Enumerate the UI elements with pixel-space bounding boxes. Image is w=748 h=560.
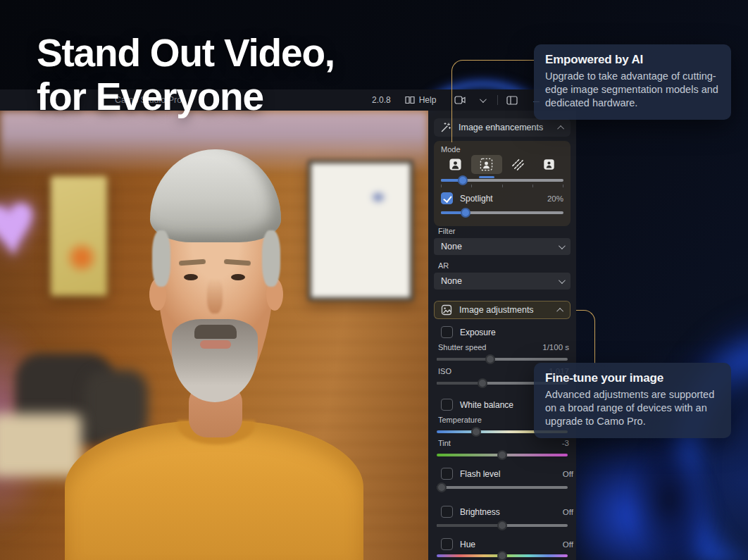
mode-segmentation-button[interactable]	[471, 155, 503, 174]
magic-wand-icon	[440, 122, 451, 133]
brightness-slider[interactable]	[437, 524, 568, 527]
callout-body: Advanced adjustments are supported on a …	[545, 388, 720, 428]
chevron-up-icon[interactable]	[557, 125, 564, 132]
mode-replace-button[interactable]	[534, 155, 566, 174]
tint-label: Tint	[438, 439, 451, 447]
slider-handle[interactable]	[461, 208, 470, 218]
brightness-row: Brightness Off	[441, 506, 571, 518]
shutter-speed-label: Shutter speed	[438, 343, 487, 351]
settings-panel: Image enhancements Mode	[428, 111, 576, 560]
tint-value: -3	[562, 439, 569, 447]
mode-blur-button[interactable]	[502, 155, 534, 174]
iso-label: ISO	[438, 367, 451, 375]
presenter-hair-side-right	[262, 230, 280, 287]
tint-slider[interactable]	[437, 454, 568, 456]
slider-handle[interactable]	[485, 354, 495, 364]
image-icon	[441, 304, 452, 316]
mode-label: Mode	[441, 145, 461, 154]
chevron-up-icon[interactable]	[556, 307, 563, 314]
titlebar-controls: 2.0.8 Help –	[372, 89, 540, 111]
frame-artwork	[373, 193, 384, 201]
slider-handle[interactable]	[497, 521, 507, 530]
hue-value: Off	[563, 540, 573, 549]
mode-selected-indicator	[479, 176, 494, 178]
flash-level-value: Off	[563, 470, 573, 478]
marketing-canvas: Camo Studio Pro 2.0.8 Help	[0, 0, 748, 560]
mode-block: Mode	[434, 141, 571, 226]
exposure-checkbox[interactable]	[441, 326, 453, 338]
white-balance-label: White balance	[460, 400, 513, 410]
camera-preview: ♥	[0, 111, 428, 560]
callout-body: Upgrade to take advantage of cutting-edg…	[545, 70, 720, 110]
callout-title: Empowered by AI	[545, 53, 720, 67]
slider-handle[interactable]	[497, 551, 507, 560]
slider-handle[interactable]	[437, 483, 447, 492]
section-image-adjustments[interactable]: Image adjustments	[434, 301, 571, 319]
chevron-down-icon	[559, 277, 566, 284]
wall-frame-right	[308, 160, 413, 301]
filter-dropdown[interactable]: None	[434, 238, 571, 255]
titlebar-divider	[497, 95, 498, 105]
camera-icon	[454, 96, 466, 104]
exposure-label: Exposure	[460, 328, 496, 337]
presenter-hair-side-left	[152, 230, 170, 287]
hue-row: Hue Off	[441, 538, 571, 550]
exposure-row: Exposure	[441, 326, 571, 338]
section-title: Image adjustments	[459, 305, 534, 315]
spotlight-checkbox[interactable]	[441, 192, 453, 204]
wallpaper-bloom-shadow	[620, 437, 718, 560]
flash-level-slider[interactable]	[437, 486, 568, 489]
shutter-speed-value: 1/100 s	[542, 343, 569, 351]
callout-title: Fine-tune your image	[545, 371, 720, 385]
brightness-label: Brightness	[460, 507, 500, 517]
ar-selected-value: None	[441, 276, 462, 286]
mode-portrait-button[interactable]	[440, 155, 471, 174]
presenter-mustache	[194, 325, 237, 339]
spotlight-label: Spotlight	[460, 194, 493, 204]
flash-level-label: Flash level	[460, 469, 500, 479]
brightness-checkbox[interactable]	[441, 506, 453, 518]
hue-checkbox[interactable]	[441, 538, 453, 550]
hero-line-1: Stand Out Video,	[37, 31, 335, 75]
slider-ticks	[441, 185, 563, 187]
flash-level-row: Flash level Off	[441, 468, 571, 480]
spotlight-row: Spotlight 20%	[441, 192, 563, 204]
slider-handle[interactable]	[478, 378, 487, 388]
help-label: Help	[419, 95, 437, 105]
slider-handle[interactable]	[458, 175, 468, 185]
brightness-value: Off	[563, 508, 573, 516]
book-icon	[405, 96, 415, 104]
help-button[interactable]: Help	[405, 95, 437, 105]
ar-label: AR	[438, 261, 449, 270]
filter-label: Filter	[438, 227, 455, 235]
callout-empowered-by-ai: Empowered by AI Upgrade to take advantag…	[534, 44, 731, 120]
flash-level-checkbox[interactable]	[441, 468, 453, 480]
presenter-lips	[200, 340, 231, 349]
mode-strength-slider[interactable]	[441, 179, 563, 182]
chevron-down-icon	[480, 96, 487, 103]
wall-frame-left	[51, 176, 107, 296]
callout-fine-tune: Fine-tune your image Advanced adjustment…	[534, 363, 731, 438]
slider-handle[interactable]	[497, 450, 507, 460]
presenter-eye-left	[184, 274, 198, 280]
slider-handle[interactable]	[471, 427, 481, 437]
hue-label: Hue	[460, 540, 475, 549]
spotlight-slider[interactable]	[441, 211, 563, 214]
wallpaper-bloom-bottom-right	[578, 423, 748, 560]
callout-connector-fine-tune	[576, 310, 595, 363]
hue-slider[interactable]	[437, 554, 568, 557]
presenter-nose	[207, 278, 223, 313]
camera-source-button[interactable]	[454, 96, 485, 104]
hero-line-2: for Everyone	[37, 75, 335, 118]
ar-dropdown[interactable]: None	[434, 273, 571, 290]
desk	[0, 413, 82, 477]
version-label: 2.0.8	[372, 95, 391, 105]
shutter-speed-slider[interactable]	[437, 358, 568, 361]
sidebar-toggle-button[interactable]	[506, 96, 518, 105]
white-balance-checkbox[interactable]	[441, 399, 453, 411]
chevron-down-icon	[559, 242, 566, 249]
spotlight-value: 20%	[547, 194, 563, 203]
section-image-enhancements[interactable]: Image enhancements	[434, 118, 571, 137]
presenter-eye-right	[231, 274, 245, 280]
mode-button-group	[440, 155, 565, 174]
